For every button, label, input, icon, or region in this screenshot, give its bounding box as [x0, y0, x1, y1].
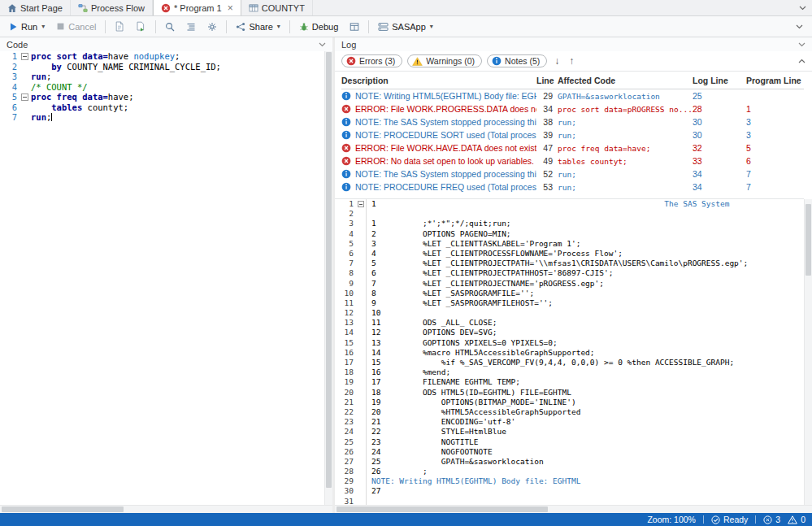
- line-number: 1: [0, 51, 20, 62]
- log-line: 31 ;*';*";*/;quit;run;: [335, 219, 804, 228]
- close-icon[interactable]: ×: [228, 4, 233, 12]
- log-text: 1 The SAS System: [367, 199, 729, 209]
- fold-box: [21, 93, 28, 101]
- code-vertical-scrollbar[interactable]: [324, 51, 332, 505]
- code-line[interactable]: 6 tables countyt;: [0, 102, 324, 113]
- code-line[interactable]: 4/* COUNT */: [0, 82, 324, 93]
- tab-list-button[interactable]: [793, 0, 812, 15]
- log-message-row[interactable]: NOTE: PROCEDURE SORT used (Total process…: [341, 128, 804, 141]
- fold-toggle-icon[interactable]: [20, 92, 29, 102]
- log-text: 10: [367, 308, 380, 318]
- stop-icon: [56, 22, 65, 31]
- log-panel-menu-button[interactable]: [798, 42, 805, 47]
- code-line[interactable]: 7run;: [0, 112, 324, 123]
- cancel-button[interactable]: Cancel: [51, 20, 101, 34]
- run-dropdown-arrow[interactable]: ▾: [41, 23, 45, 30]
- log-line-number: 25: [693, 91, 746, 101]
- fold-toggle-icon[interactable]: [356, 199, 367, 209]
- server-selector[interactable]: SASApp ▾: [373, 20, 438, 34]
- column-header-line[interactable]: Line: [536, 76, 558, 85]
- log-text: 15 %if %_SAS_VERCOMP_FV(9,4,4, 0,0,0) >=…: [367, 358, 734, 367]
- log-line: 2826 ;: [335, 467, 804, 476]
- export-button[interactable]: [110, 19, 129, 34]
- log-text: 7 %LET _CLIENTPROJECTNAME='pROGRESS.egp'…: [367, 279, 604, 289]
- tab-process-flow[interactable]: Process Flow: [71, 0, 153, 15]
- log-message-row[interactable]: ERROR: File WORK.PROGRESS.DATA does not …: [341, 102, 804, 115]
- share-button[interactable]: Share ▾: [231, 20, 284, 34]
- log-text: 17 FILENAME EGHTML TEMP;: [367, 377, 520, 387]
- column-header-description[interactable]: Description: [341, 76, 536, 85]
- log-text: [367, 209, 371, 219]
- tab-countyt[interactable]: COUNTYT: [241, 0, 313, 15]
- log-message-row[interactable]: NOTE: The SAS System stopped processing …: [341, 167, 804, 180]
- log-text: 19 OPTIONS(BITMAP_MODE='INLINE'): [367, 398, 576, 407]
- previous-message-button[interactable]: ↑: [567, 55, 576, 67]
- code-line[interactable]: 1proc sort data=have nodupkey;: [0, 51, 324, 62]
- server-status-label: Ready: [723, 515, 748, 524]
- column-header-program-line[interactable]: Program Line: [746, 76, 804, 85]
- layout-button[interactable]: [345, 20, 364, 34]
- share-dropdown-arrow[interactable]: ▾: [277, 23, 280, 30]
- analyze-program-button[interactable]: [160, 20, 180, 34]
- log-vertical-scrollbar[interactable]: [804, 199, 812, 505]
- line-number: 27: [335, 457, 356, 467]
- notes-filter-button[interactable]: Notes (5): [487, 54, 547, 67]
- error-circle-icon: [763, 515, 772, 524]
- line-number: 19: [335, 377, 356, 387]
- tab-program-1[interactable]: * Program 1×: [153, 0, 241, 15]
- status-separator: [703, 515, 704, 524]
- code-line[interactable]: 2 by COUNTY_NAME CRIMINAL_CYCLE_ID;: [0, 62, 324, 72]
- affected-code: run;: [558, 118, 693, 127]
- log-text: 21 ENCODING='utf-8': [367, 417, 515, 427]
- editor-options-button[interactable]: [202, 20, 222, 34]
- run-button[interactable]: Run ▾: [4, 20, 50, 34]
- tab-label: Process Flow: [91, 3, 145, 13]
- server-dropdown-arrow[interactable]: ▾: [430, 23, 433, 30]
- fold-toggle-icon[interactable]: [20, 51, 29, 62]
- warnings-filter-button[interactable]: Warnings (0): [407, 54, 482, 67]
- log-filter-bar: Errors (3) Warnings (0) Notes (5) ↓ ↑: [335, 51, 812, 72]
- status-warning-count[interactable]: 0: [788, 515, 805, 524]
- warning-count-label: 0: [801, 515, 805, 524]
- code-panel: Code 1proc sort data=have nodupkey;2 by …: [0, 37, 332, 513]
- code-panel-menu-button[interactable]: [319, 42, 326, 47]
- message-description: NOTE: PROCEDURE FREQ used (Total process…: [341, 182, 536, 192]
- code-line[interactable]: 3run;: [0, 72, 324, 82]
- zoom-level[interactable]: Zoom: 100%: [647, 515, 696, 524]
- line-number: 30: [335, 486, 356, 496]
- toolbar-separator: [155, 20, 156, 33]
- tab-start-page[interactable]: Start Page: [0, 0, 71, 15]
- log-message-row[interactable]: NOTE: Writing HTML5(EGHTML) Body file: E…: [341, 89, 804, 102]
- error-icon: [346, 56, 356, 66]
- log-line: 2220 %HTML5AccessibleGraphSupported: [335, 407, 804, 417]
- send-to-button[interactable]: [131, 19, 151, 34]
- debug-label: Debug: [312, 22, 338, 32]
- code-editor[interactable]: 1proc sort data=have nodupkey;2 by COUNT…: [0, 51, 324, 505]
- log-message-row[interactable]: ERROR: No data set open to look up varia…: [341, 154, 804, 167]
- errors-filter-button[interactable]: Errors (3): [341, 54, 402, 67]
- line-number: 24: [335, 427, 356, 437]
- collapse-message-list-button[interactable]: [798, 59, 805, 63]
- log-view[interactable]: 11 The SAS System231 ;*';*";*/;quit;run;…: [335, 198, 804, 505]
- code-text: proc sort data=have nodupkey;: [29, 51, 180, 62]
- log-message-row[interactable]: ERROR: File WORK.HAVE.DATA does not exis…: [341, 141, 804, 154]
- format-lines-icon: [186, 22, 196, 32]
- column-header-log-line[interactable]: Log Line: [693, 76, 746, 85]
- log-message-row[interactable]: NOTE: PROCEDURE FREQ used (Total process…: [341, 180, 804, 193]
- column-header-affected-code[interactable]: Affected Code: [558, 76, 693, 85]
- format-code-button[interactable]: [181, 20, 201, 34]
- toolbar-overflow-button[interactable]: [791, 22, 808, 32]
- log-horizontal-scrollbar[interactable]: [335, 505, 812, 513]
- debug-toggle-button[interactable]: Debug: [294, 20, 343, 34]
- next-message-button[interactable]: ↓: [552, 55, 562, 67]
- affected-code: proc freq data=have;: [558, 144, 693, 153]
- error-badge-icon: [161, 3, 171, 13]
- code-line[interactable]: 5proc freq data=have;: [0, 92, 324, 102]
- line-number: 5: [0, 92, 20, 102]
- program-line-number: 7: [746, 169, 804, 179]
- code-horizontal-scrollbar[interactable]: [0, 505, 332, 513]
- status-error-count[interactable]: 3: [763, 515, 780, 524]
- run-label: Run: [21, 22, 37, 32]
- log-line: 97 %LET _CLIENTPROJECTNAME='pROGRESS.egp…: [335, 279, 804, 289]
- log-message-row[interactable]: NOTE: The SAS System stopped processing …: [341, 115, 804, 128]
